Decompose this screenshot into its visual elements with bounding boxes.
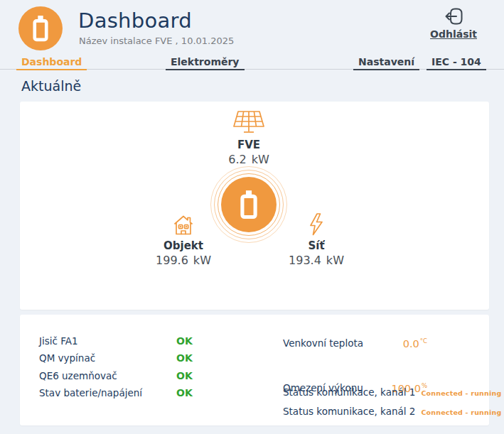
battery-icon (31, 15, 50, 42)
node-label-objekt: Objekt (163, 239, 203, 252)
node-value-objekt: 199.6kW (156, 254, 211, 267)
status-label: Venkovní teplota (283, 337, 363, 349)
status-label: Stav baterie/napájení (39, 387, 176, 398)
status-label: Jisič FA1 (39, 335, 176, 347)
node-sit: Síť 193.4kW (281, 212, 352, 267)
status-row-switch: QM vypínač OK (39, 352, 193, 364)
logout-label[interactable]: Odhlásit (430, 28, 477, 40)
battery-icon (239, 190, 259, 219)
status-value: OK (176, 352, 193, 364)
battery-hub (221, 177, 277, 232)
status-label: Status komunikace, kanál 2 (283, 406, 415, 417)
channel1-status: Connected - running (421, 389, 501, 397)
status-label: QE6 uzemňovač (39, 370, 176, 381)
lightning-icon (309, 212, 324, 237)
status-value: OK (176, 335, 193, 347)
tab-nastaveni[interactable]: Nastavení (353, 56, 419, 70)
node-fve: FVE 6.2kW (213, 110, 284, 166)
status-label: Status komunikace, kanál 1 (283, 386, 415, 398)
temperature-value: 0.0°C (377, 337, 427, 349)
tab-dashboard[interactable]: Dashboard (16, 56, 87, 70)
status-value: OK (176, 387, 193, 398)
status-row-channel2: Status komunikace, kanál 2 Connected - r… (283, 406, 501, 417)
app-logo (18, 6, 63, 50)
page-title: Dashboard (78, 9, 192, 33)
status-row-breaker: Jisič FA1 OK (39, 335, 193, 347)
main-nav: Dashboard Elektroměry Nastavení IEC - 10… (0, 57, 504, 70)
status-label: QM vypínač (39, 352, 176, 364)
node-value-fve: 6.2kW (228, 153, 269, 166)
tab-iec-104[interactable]: IEC - 104 (427, 56, 486, 70)
node-label-fve: FVE (237, 139, 260, 151)
house-icon (172, 214, 195, 237)
solar-panel-icon (232, 110, 265, 136)
channel2-status: Connected - running (421, 408, 501, 416)
status-row-temperature: Venkovní teplota 0.0°C (283, 337, 504, 349)
status-row-battery: Stav baterie/napájení OK (39, 387, 193, 398)
page-subtitle: Název instalace FVE , 10.01.2025 (79, 36, 234, 46)
tab-elektromery[interactable]: Elektroměry (166, 56, 245, 70)
energy-flow-card: FVE 6.2kW (20, 102, 489, 310)
node-value-sit: 193.4kW (289, 254, 344, 267)
status-value: OK (176, 370, 193, 381)
logout-icon[interactable] (443, 6, 464, 27)
status-row-channel1: Status komunikace, kanál 1 Connected - r… (283, 386, 501, 398)
status-card: Jisič FA1 OK QM vypínač OK QE6 uzemňovač… (20, 315, 489, 425)
logout-button[interactable]: Odhlásit (424, 6, 483, 40)
node-label-sit: Síť (308, 239, 324, 252)
node-objekt: Objekt 199.6kW (148, 214, 219, 267)
status-row-grounding: QE6 uzemňovač OK (39, 370, 193, 381)
section-title: Aktuálně (21, 78, 81, 94)
